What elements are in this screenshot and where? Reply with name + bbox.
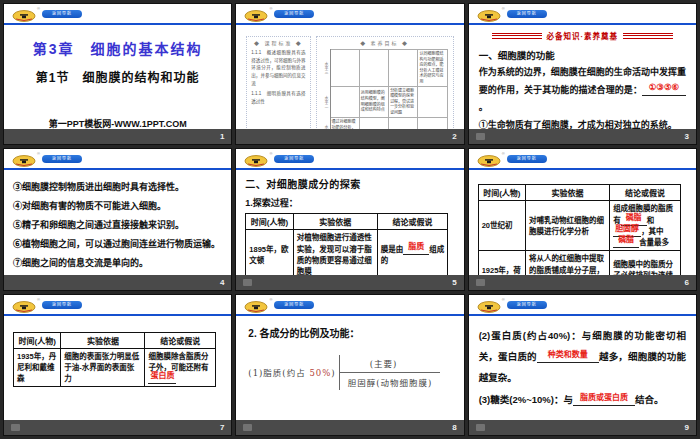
brace-fork: (主要) 胆固醇(动物细胞膜) [339,355,441,390]
slide-sorter-grid: ® 返回导航 第3章 细胞的基本结构 第1节 细胞膜的结构和功能 第一PPT模板… [0,0,700,439]
page-number: 9 [685,423,689,432]
conclusion-cell: 组成细胞膜的脂质有磷脂和胆固醇，其中磷脂含量最多 [610,201,681,251]
matrix-cell [389,117,418,129]
nav-badge-label: 返回导航 [52,12,72,16]
lipid-lead-text: (1)脂质(约占 50%) [248,366,335,378]
matrix-row-label: 水平一 [322,117,331,129]
matrix-cell [418,86,447,117]
protein-paragraph: (2)蛋白质(约占40%)：与细胞膜的功能密切相关，蛋白质的种类和数量越多，细胞… [479,325,686,389]
column-header: 实验依据 [526,185,610,201]
handwritten-answer: 脂质 [408,242,424,251]
slide-header: ® 返回导航 [4,295,231,312]
topic-heading: 二、对细胞膜成分的探索 [245,176,454,191]
conclusion-cell: 膜是由脂质组成的 [377,230,448,275]
chapter-title: 第3章 细胞的基本结构 [4,38,231,58]
evidence-cell: 对植物细胞进行通透性实验，发现可以溶于脂质的物质更容易通过细胞膜 [293,230,377,275]
slide-thumbnail-9[interactable]: ® 返回导航 (2)蛋白质(约占40%)：与细胞膜的功能密切相关，蛋白质的种类和… [468,294,697,436]
column-header: 实验依据 [293,214,377,230]
slide-thumbnail-7[interactable]: ® 返回导航 时间(人物) 实验依据 结论或假说 1935年，丹尼利和戴维森 细… [3,294,232,436]
statement-item: ⑧细胞分泌的化学物质，只会运输到靶细胞附近。 [13,273,222,275]
nav-badge-label: 返回导航 [517,303,537,307]
brand-logo-icon: ® [477,299,501,311]
slide-footer-bar: 4 [4,275,231,290]
statement-item: ①生命物质有了细胞膜，才成为相对独立的系统。 [479,117,686,130]
topic-heading: 一、细胞膜的功能 [479,48,686,62]
table-row: 1925年，荷兰科学家 将从人的红细胞中提取的脂质铺成单分子层，其面积是红细胞表… [478,251,680,275]
slide-thumbnail-3[interactable]: ® 返回导航 必备知识·素养奠基 一、细胞膜的功能 作为系统的边界，细胞膜在细胞… [468,3,697,145]
brand-logo-icon: ® [477,8,501,20]
slide-footer-bar: 6 [469,275,696,290]
brand-logo-icon: ® [12,8,36,20]
conclusion-cell: 细胞膜中的脂质分子必然排列为连续的两层 [610,251,681,275]
slide-thumbnail-4[interactable]: ® 返回导航 ③细胞膜控制物质进出细胞时具有选择性。 ④对细胞有害的物质不可能进… [3,148,232,290]
brand-logo-icon: ® [244,299,268,311]
site-credit: 第一PPT模板网-WWW.1PPT.COM [4,117,231,129]
slide-footer-bar: 9 [469,420,696,435]
table-row: 1935年，丹尼利和戴维森 细胞的表面张力明显低于油-水界面的表面张力 细胞膜除… [14,348,216,387]
slide-footer-bar: 3 [469,129,696,144]
brand-logo-icon: ® [244,8,268,20]
slide-canvas-2: ® 返回导航 ◆ 课程标准 ◆ 1.1.1 概述细胞膜具有选择透过性，可将细胞与… [236,4,463,129]
page-number: 5 [452,278,456,287]
banner-title: 必备知识·素养奠基 [547,30,619,41]
nav-badge[interactable]: 返回导航 [507,155,547,163]
nav-badge[interactable]: 返回导航 [42,10,82,18]
matrix-cell: 分析建立细胞膜模型的探索过程，尝试进一步分析和验证问题 [389,86,418,117]
slide-header: ® 返回导航 [4,149,231,166]
slide-footer-bar: 5 [236,275,463,290]
table-row: 1895年，欧文顿 对植物细胞进行通透性实验，发现可以溶于脂质的物质更容易通过细… [246,230,448,275]
page-number: 7 [220,423,224,432]
nav-badge[interactable]: 返回导航 [274,301,314,309]
column-header: 时间(人物) [14,332,61,348]
statement-item: ⑤精子和卵细胞之间通过直接接触来识别。 [13,216,222,235]
slide-thumbnail-5[interactable]: ® 返回导航 二、对细胞膜成分的探索 1.探索过程： 时间(人物) 实验依据 结… [235,148,464,290]
competency-goal-header: ◆ 素养目标 ◆ [322,39,448,46]
nav-badge[interactable]: 返回导航 [507,301,547,309]
slide-thumbnail-8[interactable]: ® 返回导航 2. 各成分的比例及功能： (1)脂质(约占 50%) (主要) … [235,294,464,436]
experiment-table: 时间(人物) 实验依据 结论或假说 1895年，欧文顿 对植物细胞进行通透性实验… [245,213,448,274]
footer-watermark [476,133,485,140]
brand-logo-icon: ® [244,153,268,165]
matrix-cell [330,50,359,87]
page-number: 8 [452,423,456,432]
slide-canvas-1: ® 返回导航 第3章 细胞的基本结构 第1节 细胞膜的结构和功能 第一PPT模板… [4,4,231,129]
lipid-composition-diagram: (1)脂质(约占 50%) (主要) 胆固醇(动物细胞膜) [248,355,451,390]
slide-header: ® 返回导航 [4,4,231,21]
nav-badge[interactable]: 返回导航 [507,10,547,18]
nav-badge[interactable]: 返回导航 [274,155,314,163]
slide-thumbnail-1[interactable]: ® 返回导航 第3章 细胞的基本结构 第1节 细胞膜的结构和功能 第一PPT模板… [3,3,232,145]
slide-thumbnail-6[interactable]: ® 返回导航 时间(人物) 实验依据 结论或假说 20世纪初 对哺乳动物红细胞的… [468,148,697,290]
footer-watermark [11,424,20,431]
brand-logo-icon: ® [12,153,36,165]
nav-badge-label: 返回导航 [284,12,304,16]
sub-heading: 2. 各成分的比例及功能： [248,325,451,340]
slide-header: ® 返回导航 [469,4,696,21]
slide-thumbnail-2[interactable]: ® 返回导航 ◆ 课程标准 ◆ 1.1.1 概述细胞膜具有选择透过性，可将细胞与… [235,3,464,145]
registered-mark: ® [37,297,40,302]
nav-badge[interactable]: 返回导航 [42,301,82,309]
column-header: 时间(人物) [478,185,525,201]
course-standard-panel: ◆ 课程标准 ◆ 1.1.1 概述细胞膜具有选择透过性，可将细胞与外界环境分开，… [246,36,310,129]
matrix-cell: 通过对细胞膜功能的分析，建立结构与功能观 [330,117,359,129]
nav-badge-label: 返回导航 [52,157,72,161]
slide-footer-bar: 7 [4,420,231,435]
column-header: 结论或假说 [610,185,681,201]
registered-mark: ® [269,297,272,302]
competency-goal-panel: ◆ 素养目标 ◆ 水平三 认同细胞膜结构与功能相适应的观点，能分析人工膜技术的研… [316,36,454,129]
evidence-cell: 细胞的表面张力明显低于油-水界面的表面张力 [61,348,145,387]
brand-logo-icon: ® [477,153,501,165]
carbohydrate-paragraph: (3)糖类(2%~10%)：与脂质或蛋白质结合。 [479,389,686,410]
nav-badge[interactable]: 返回导航 [42,155,82,163]
course-standard-header: ◆ 课程标准 ◆ [251,39,305,46]
experiment-table: 时间(人物) 实验依据 结论或假说 1935年，丹尼利和戴维森 细胞的表面张力明… [13,332,216,388]
knowledge-banner: 必备知识·素养奠基 [479,30,686,41]
brand-logo-icon: ® [12,299,36,311]
question-paragraph: 作为系统的边界，细胞膜在细胞的生命活动中发挥重要的作用，关于其功能的描述合理的是… [479,64,686,117]
column-header: 时间(人物) [246,214,293,230]
answer-blank: 脂质 [403,246,429,255]
nav-badge[interactable]: 返回导航 [274,10,314,18]
footer-watermark [243,279,252,286]
matrix-row-label: 水平三 [322,50,331,87]
fork-item-cholesterol: 胆固醇(动物细胞膜) [340,373,441,390]
matrix-cell: 认同细胞膜结构与功能相适应的观点，能分析人工膜技术的研究与应用 [418,50,447,87]
